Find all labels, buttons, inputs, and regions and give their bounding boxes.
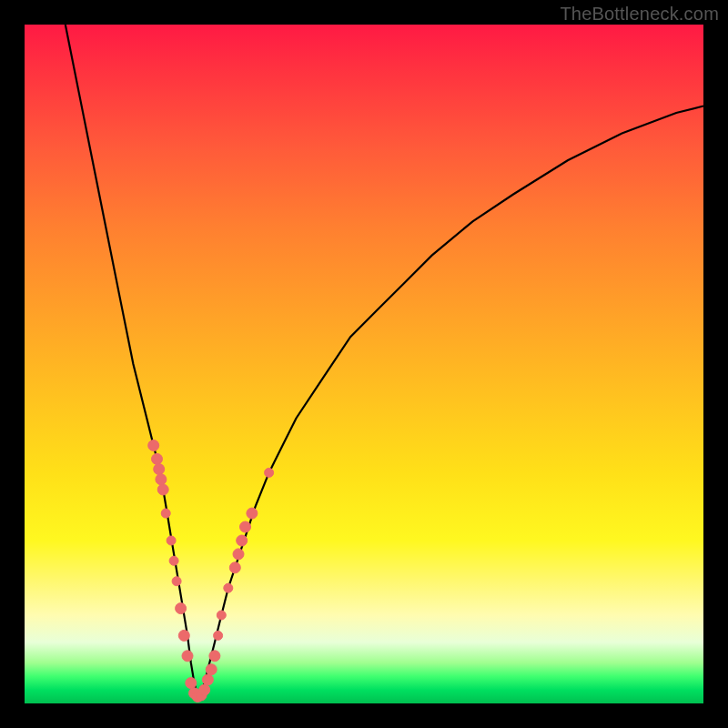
dots-bottom [199, 684, 210, 695]
dots-left-upper [148, 440, 159, 451]
dots-left-lower [178, 630, 189, 641]
dots-left-lower [182, 651, 193, 662]
chart-svg [25, 25, 703, 703]
dots-left-upper [154, 464, 165, 475]
dots-left-mid [169, 556, 178, 565]
dots-left-lower [176, 603, 187, 614]
dots-left-upper [157, 484, 168, 495]
dots-bottom [206, 664, 217, 675]
dots-right-upper [265, 468, 274, 477]
dots-left-mid [172, 577, 181, 586]
dots-right-lower [214, 631, 223, 640]
dots-right-lower [217, 611, 226, 620]
dots-bottom [186, 678, 197, 689]
dots-left-upper [156, 474, 167, 485]
dots-left-mid [167, 536, 176, 545]
bottleneck-curve [66, 25, 703, 697]
watermark-text: TheBottleneck.com [560, 4, 719, 25]
dots-right-mid [233, 549, 244, 560]
dots-right-mid [229, 562, 240, 573]
dots-bottom [209, 651, 220, 662]
curve-markers [148, 440, 274, 703]
dots-right-mid [240, 521, 251, 532]
dots-left-mid [161, 509, 170, 518]
dots-right-lower [224, 583, 233, 592]
dots-bottom [202, 674, 213, 685]
dots-right-mid [237, 535, 248, 546]
dots-left-upper [152, 453, 163, 464]
dots-right-mid [247, 508, 258, 519]
